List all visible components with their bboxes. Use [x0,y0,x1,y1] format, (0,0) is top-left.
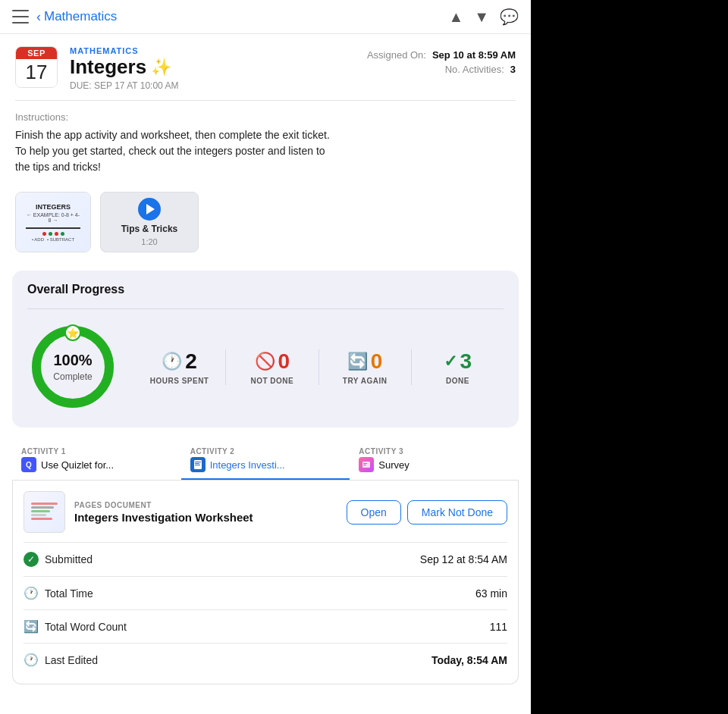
last-edited-left: 🕐 Last Edited [24,653,98,667]
dot-green2 [61,232,64,236]
svg-rect-3 [195,462,201,462]
tab-2-name: Integers Investi... [210,459,285,471]
try-again-icon: 🔄 [347,352,368,371]
donut-center: 100% Complete [53,352,92,383]
done-icon: ✓ [444,352,457,371]
assigned-on-value: Sep 10 at 8:59 AM [432,49,516,61]
done-stat: ✓ 3 DONE [412,349,504,385]
activity-detail: PAGES DOCUMENT Integers Investigation Wo… [12,481,519,684]
doc-line-1 [31,503,58,505]
hours-spent-top: 🕐 2 [162,349,197,374]
integers-poster-thumb[interactable]: INTEGERS ← EXAMPLE: 0-8 + 4-8 → • ADD• S… [15,192,91,252]
doc-mini-lines [31,503,58,521]
tab-3-name: Survey [378,459,409,471]
instructions-text: Finish the app activity and worksheet, t… [15,127,516,175]
submitted-left: ✓ Submitted [24,552,93,567]
star-badge-icon: ⭐ [64,324,81,341]
survey-icon [359,457,374,472]
tab-activity-3[interactable]: ACTIVITY 3 Survey [350,440,519,480]
play-button-icon [138,198,161,221]
activities-tabs: ACTIVITY 1 Q Use Quizlet for... ACTIVITY… [12,440,519,481]
title-text: Integers [70,55,146,79]
donut-chart: 100% Complete ⭐ [27,321,118,412]
assignment-title: Integers ✨ [70,55,352,79]
back-button[interactable]: ‹ Mathematics [36,9,117,25]
doc-info: PAGES DOCUMENT Integers Investigation Wo… [74,501,337,524]
doc-line-5 [31,518,52,520]
total-time-label: Total Time [45,587,93,600]
poster-dots [42,232,64,236]
doc-line-3 [31,510,50,512]
doc-thumbnail [24,491,65,533]
open-button[interactable]: Open [347,500,401,525]
clock-icon: 🕐 [162,352,182,371]
no-activities-row: No. Activities: 3 [364,64,516,75]
sparkle-icon: ✨ [151,58,171,77]
submitted-row: ✓ Submitted Sep 12 at 8:54 AM [24,542,507,576]
not-done-value: 0 [278,349,290,374]
total-time-value: 63 min [475,587,507,600]
down-arrow-icon[interactable]: ▼ [474,8,489,26]
dot-red [42,232,46,236]
activities-section: ACTIVITY 1 Q Use Quizlet for... ACTIVITY… [12,440,519,684]
tab-activity-1[interactable]: ACTIVITY 1 Q Use Quizlet for... [12,440,181,480]
last-edited-label: Last Edited [45,654,98,666]
svg-rect-5 [195,465,200,465]
tab-3-content: Survey [359,457,409,472]
progress-divider [27,308,504,309]
dot-green [49,232,52,236]
poster-subtitle: ← EXAMPLE: 0-8 + 4-8 → [26,212,80,223]
tab-activity-2[interactable]: ACTIVITY 2 Integers Investi... [181,440,350,480]
assignment-info: MATHEMATICS Integers ✨ DUE: SEP 17 AT 10… [70,46,352,91]
up-arrow-icon[interactable]: ▲ [448,8,463,26]
try-again-top: 🔄 0 [347,349,383,374]
word-count-left: 🔄 Total Word Count [24,619,127,634]
attachments-row: INTEGERS ← EXAMPLE: 0-8 + 4-8 → • ADD• S… [0,184,531,265]
tips-tricks-video[interactable]: Tips & Tricks 1:20 [100,192,199,252]
total-time-row: 🕐 Total Time 63 min [24,576,507,609]
poster-title: INTEGERS [36,203,71,211]
tab-2-label: ACTIVITY 2 [190,447,235,456]
not-done-icon: 🚫 [255,352,275,371]
sidebar-toggle-button[interactable] [12,10,29,23]
svg-rect-4 [195,463,199,464]
try-again-value: 0 [371,349,383,374]
back-chevron-icon: ‹ [36,9,41,25]
tab-1-content: Q Use Quizlet for... [21,457,114,472]
donut-percentage: 100% [53,352,92,369]
video-duration: 1:20 [141,237,157,246]
doc-actions: Open Mark Not Done [347,500,507,525]
last-edited-row: 🕐 Last Edited Today, 8:54 AM [24,643,507,676]
comment-icon[interactable]: 💬 [500,8,519,26]
not-done-stat: 🚫 0 NOT DONE [226,349,318,385]
donut-label: Complete [53,371,92,382]
done-value: 3 [460,349,472,374]
done-desc: DONE [446,377,469,385]
mark-not-done-button[interactable]: Mark Not Done [407,500,507,525]
submitted-check-icon: ✓ [24,552,39,567]
done-top: ✓ 3 [444,349,472,374]
doc-line-4 [31,514,46,516]
subject-label: MATHEMATICS [70,46,352,55]
last-edited-icon: 🕐 [24,653,39,667]
instructions-label: Instructions: [15,111,516,123]
due-date: DUE: SEP 17 AT 10:00 AM [70,80,352,91]
quizlet-icon: Q [21,457,36,472]
word-count-icon: 🔄 [24,619,39,634]
total-time-left: 🕐 Total Time [24,586,93,600]
tab-1-name: Use Quizlet for... [41,459,114,471]
word-count-row: 🔄 Total Word Count 111 [24,609,507,643]
total-time-icon: 🕐 [24,586,39,600]
assignment-header: SEP 17 MATHEMATICS Integers ✨ DUE: SEP 1… [0,34,531,100]
top-nav: ‹ Mathematics ▲ ▼ 💬 [0,0,531,34]
calendar-day: 17 [16,59,57,87]
assignment-meta: Assigned On: Sep 10 at 8:59 AM No. Activ… [364,46,516,78]
calendar-icon: SEP 17 [15,46,58,88]
number-line [26,227,80,229]
submitted-label: Submitted [45,553,93,565]
poster-legend: • ADD• SUBTRACT [32,237,74,242]
nav-left: ‹ Mathematics [12,9,117,25]
calendar-month: SEP [16,47,57,59]
hours-spent-desc: HOURS SPENT [150,377,209,385]
no-activities-value: 3 [510,64,516,75]
